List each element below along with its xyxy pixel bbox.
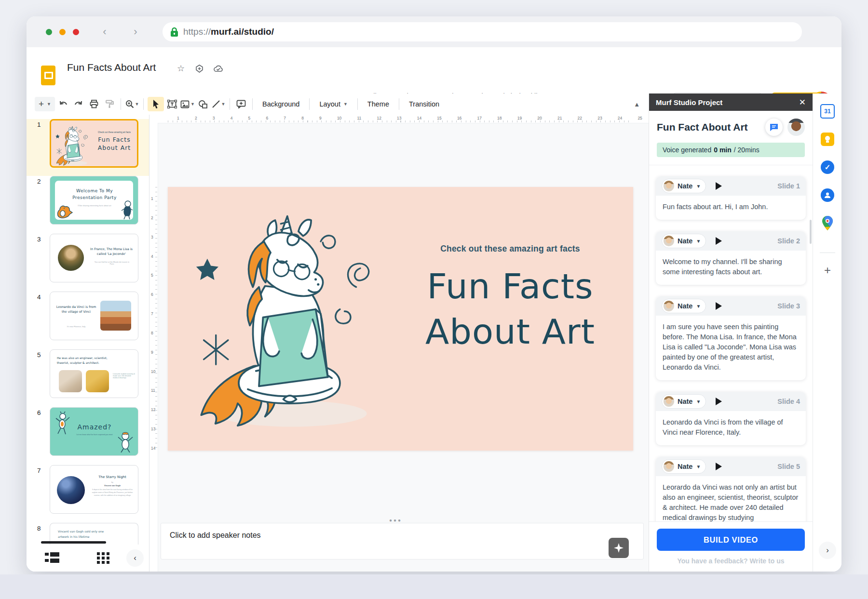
ruler-number: 8 [301, 116, 304, 120]
play-button[interactable] [716, 182, 722, 190]
ruler-number: 1 [177, 116, 179, 120]
calendar-icon[interactable]: 31 [820, 104, 835, 119]
murf-panel-title: Murf Studio Project [656, 98, 722, 106]
transition-button[interactable]: Transition [403, 97, 446, 111]
voice-avatar [664, 461, 674, 472]
cloud-saved-icon[interactable] [214, 65, 223, 72]
chevron-down-icon: ▼ [696, 239, 701, 244]
collapse-filmstrip-icon[interactable]: ‹ [126, 549, 144, 567]
voice-selector[interactable]: Nate▼ [662, 299, 706, 313]
slide-thumbnail-6[interactable]: Amazed? Let me know what fun facts surpr… [50, 407, 138, 456]
browser-window: ‹ › https://murf.ai/studio/ Fun Facts Ab… [27, 16, 841, 572]
traffic-light-red[interactable] [73, 29, 79, 35]
collapse-toolbar-icon[interactable]: ▲ [634, 101, 640, 108]
slide-thumbnail-1[interactable]: Check out these amazing art facts Fun Fa… [50, 119, 138, 168]
speaker-notes[interactable]: Click to add speaker notes [161, 523, 644, 559]
thumb-title: In France, The Mona Lisa is called 'La J… [89, 247, 134, 257]
ruler-number: 5 [151, 273, 155, 278]
slide-number: 2 [37, 178, 41, 185]
thumbnail-row-5[interactable]: 5 He was also an engineer, scientist, th… [27, 349, 149, 406]
voice-selector[interactable]: Nate▼ [662, 179, 706, 193]
thumbnail-row-3[interactable]: 3 In France, The Mona Lisa is called 'La… [27, 234, 149, 291]
tasks-icon[interactable]: ✓ [820, 160, 835, 174]
new-slide-button[interactable]: +▼ [35, 97, 55, 111]
slide-thumbnail-3[interactable]: In France, The Mona Lisa is called 'La J… [50, 234, 138, 282]
paint-format-button[interactable] [102, 97, 117, 111]
add-addon-icon[interactable]: + [820, 263, 835, 278]
filmstrip-view-icon[interactable] [45, 552, 59, 564]
murf-project-title[interactable]: Fun Fact About Art [657, 121, 748, 133]
murf-slide-card-1: Nate▼ Slide 1 Fun facts about art. Hi, I… [656, 176, 806, 220]
print-button[interactable] [87, 97, 101, 111]
insert-image-tool[interactable]: ▼ [180, 97, 195, 111]
slide-thumbnail-2[interactable]: Welcome To My Presentation Party I'll be… [50, 176, 138, 225]
build-video-button[interactable]: BUILD VIDEO [657, 529, 805, 551]
voice-selector[interactable]: Nate▼ [662, 459, 706, 474]
slide-title-textbox[interactable]: Fun Facts About Art [387, 264, 633, 354]
keep-icon[interactable] [820, 132, 835, 146]
maps-icon[interactable] [820, 216, 835, 230]
slide-thumbnail-4[interactable]: Leonardo da Vinci is from the village of… [50, 292, 138, 340]
script-text[interactable]: I am sure you have seen this painting be… [656, 316, 806, 380]
insert-comment-tool[interactable] [234, 97, 248, 111]
drive-shortcut-icon[interactable] [195, 65, 203, 73]
shape-tool[interactable] [196, 97, 210, 111]
theme-button[interactable]: Theme [361, 97, 395, 111]
background-button[interactable]: Background [256, 97, 306, 111]
notes-resize-handle[interactable]: ●●● [389, 518, 402, 523]
zoom-button[interactable]: ▼ [125, 97, 139, 111]
script-text[interactable]: Fun facts about art. Hi, I am John. [656, 196, 806, 220]
play-button[interactable] [716, 463, 722, 470]
play-button[interactable] [716, 398, 722, 405]
thumbnail-row-4[interactable]: 4 Leonardo da Vinci is from the village … [27, 292, 149, 348]
murf-scrollbar[interactable] [810, 220, 812, 244]
traffic-light-green[interactable] [46, 29, 52, 35]
thumbnail-row-1[interactable]: 1 Check out these amazing art facts Fun … [27, 119, 149, 176]
murf-panel: Murf Studio Project ✕ Fun Fact About Art… [649, 93, 813, 572]
slide-thumbnail-5[interactable]: He was also an engineer, scientist, theo… [50, 349, 138, 398]
voice-selector[interactable]: Nate▼ [662, 394, 706, 409]
script-text[interactable]: Welcome to my channel. I'll be sharing s… [656, 251, 806, 285]
expand-rail-icon[interactable]: › [819, 542, 836, 559]
text-box-tool[interactable] [165, 97, 179, 111]
thumbnail-row-6[interactable]: 6 Amazed? Let me know what fun facts sur… [27, 407, 149, 464]
close-icon[interactable]: ✕ [799, 97, 806, 107]
murf-user-avatar[interactable] [787, 119, 805, 136]
undo-button[interactable] [56, 97, 70, 111]
play-button[interactable] [716, 302, 722, 310]
ruler-number: 6 [151, 292, 155, 297]
document-title[interactable]: Fun Facts About Art [67, 62, 156, 73]
unicorn-illustration[interactable] [188, 210, 391, 433]
thumb-title: The Starry Night [90, 475, 135, 479]
thumbnail-row-7[interactable]: 7 The Starry Night by Vincent van Gogh I… [27, 465, 149, 522]
chat-button[interactable] [765, 119, 783, 136]
select-tool[interactable] [148, 97, 164, 111]
voice-avatar [664, 181, 674, 191]
back-icon[interactable]: ‹ [98, 25, 111, 39]
star-icon[interactable]: ☆ [177, 63, 185, 74]
redo-button[interactable] [71, 97, 86, 111]
slide-number: 4 [37, 293, 41, 301]
current-slide[interactable]: Check out these amazing art facts Fun Fa… [168, 187, 633, 451]
script-text[interactable]: Leonardo da Vinci is from the village of… [656, 411, 806, 445]
feedback-link[interactable]: You have a feedback? Write to us [657, 557, 805, 565]
thumbnail-row-2[interactable]: 2 Welcome To My Presentation Party I'll … [27, 176, 149, 233]
play-button[interactable] [716, 237, 722, 245]
slide-subtitle-textbox[interactable]: Check out these amazing art facts [394, 244, 626, 254]
traffic-light-yellow[interactable] [59, 29, 66, 35]
contacts-icon[interactable] [820, 188, 835, 202]
google-slides-icon[interactable] [41, 66, 55, 85]
forward-icon[interactable]: › [129, 25, 142, 39]
script-text[interactable]: Leorardo da Vinci was not only an artist… [656, 476, 806, 521]
grid-view-icon[interactable] [97, 552, 109, 564]
url-bar[interactable]: https://murf.ai/studio/ [163, 22, 802, 41]
murf-panel-header: Murf Studio Project ✕ [649, 93, 813, 111]
slides-toolbar: +▼ ▼ ▼ ▼ Background Layout▼ Theme Transi… [27, 93, 649, 115]
slide-thumbnail-7[interactable]: The Starry Night by Vincent van Gogh It … [50, 465, 138, 514]
ruler-number: 12 [151, 407, 155, 412]
layout-button[interactable]: Layout▼ [313, 97, 353, 111]
voice-selector[interactable]: Nate▼ [662, 234, 706, 248]
line-tool[interactable]: ▼ [211, 97, 226, 111]
filmstrip-scrollbar[interactable] [41, 541, 106, 544]
explore-button[interactable] [609, 538, 629, 558]
